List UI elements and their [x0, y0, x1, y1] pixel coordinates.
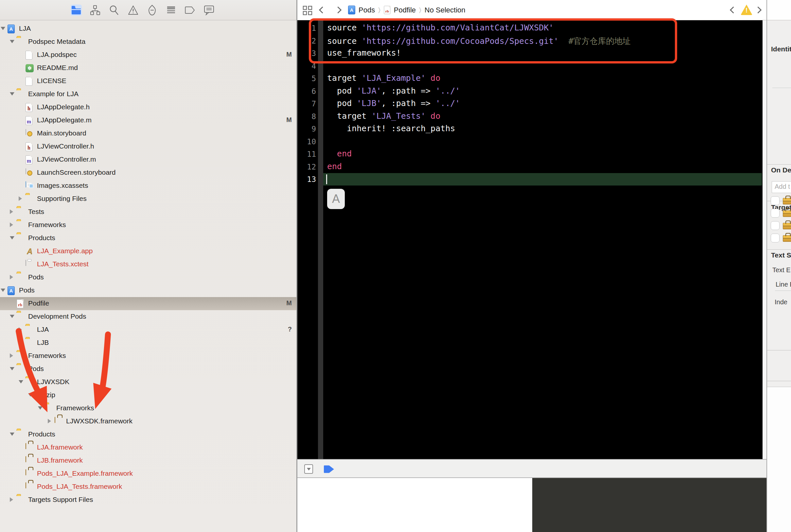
sidebar-row-example-for-lja[interactable]: Example for LJA — [0, 88, 297, 101]
target-membership-checkbox[interactable] — [771, 234, 779, 243]
sidebar-row-ljb[interactable]: LJB — [0, 336, 297, 349]
next-issue-icon[interactable] — [755, 6, 761, 14]
sidebar-row-lja-tests-xctest[interactable]: LJA_Tests.xctest — [0, 258, 297, 271]
add-tags-input[interactable]: Add t — [772, 181, 791, 193]
disclosure-open-icon[interactable] — [10, 40, 14, 43]
disclosure-closed-icon[interactable] — [10, 353, 13, 358]
inspector-divider[interactable] — [767, 0, 767, 532]
debug-area-left — [297, 478, 532, 532]
debug-bar — [297, 459, 767, 478]
sidebar-row-targets-support-files[interactable]: Targets Support Files — [0, 493, 297, 507]
project-navigator[interactable]: ALJAPodspec MetadataLJA.podspecM✽README.… — [0, 20, 297, 532]
sidebar-row-ljviewcontroller-h[interactable]: hLJViewController.h — [0, 140, 297, 153]
sidebar-row-frameworks[interactable]: Frameworks — [0, 349, 297, 362]
sidebar-row-pods-lja-example-framework[interactable]: Pods_LJA_Example.framework — [0, 467, 297, 480]
sidebar-row-label: Targets Support Files — [28, 496, 93, 504]
back-icon[interactable] — [319, 6, 326, 14]
sidebar-divider[interactable] — [296, 0, 297, 532]
sidebar-row-lja-podspec[interactable]: LJA.podspecM — [0, 49, 297, 61]
sidebar-row-ljviewcontroller-m[interactable]: mLJViewController.m — [0, 153, 297, 166]
line-number: 8 — [298, 112, 316, 121]
sidebar-row-ljappdelegate-m[interactable]: mLJAppDelegate.mM — [0, 114, 297, 127]
sidebar-row-tests[interactable]: Tests — [0, 206, 297, 218]
disclosure-closed-icon[interactable] — [10, 497, 13, 502]
sidebar-row-license[interactable]: LICENSE — [0, 75, 297, 88]
disclosure-open-icon[interactable] — [1, 289, 5, 292]
disclosure-closed-icon[interactable] — [10, 209, 13, 214]
search-navigator-icon[interactable] — [109, 5, 120, 16]
report-navigator-icon[interactable] — [204, 5, 215, 16]
disclosure-closed-icon[interactable] — [19, 340, 22, 345]
modified-badge: M — [286, 116, 292, 124]
sidebar-row-pods[interactable]: Pods — [0, 362, 297, 376]
disclosure-closed-icon[interactable] — [19, 327, 22, 332]
disclosure-open-icon[interactable] — [10, 367, 14, 370]
disclosure-open-icon[interactable] — [19, 380, 23, 383]
disclosure-open-icon[interactable] — [10, 315, 14, 318]
sidebar-row-products[interactable]: Products — [0, 232, 297, 245]
disclosure-open-icon[interactable] — [28, 393, 33, 397]
sidebar-row-podspec-metadata[interactable]: Podspec Metadata — [0, 35, 297, 49]
breakpoint-toggle-icon[interactable] — [324, 465, 334, 473]
disclosure-closed-icon[interactable] — [10, 275, 13, 280]
target-membership-checkbox[interactable] — [771, 196, 779, 205]
debug-navigator-icon[interactable] — [166, 5, 177, 16]
test-navigator-icon[interactable] — [147, 5, 158, 16]
source-control-navigator-icon[interactable] — [90, 5, 101, 16]
document-icon — [25, 51, 32, 60]
disclosure-open-icon[interactable] — [10, 433, 14, 436]
sidebar-row-supporting-files[interactable]: Supporting Files — [0, 192, 297, 206]
sidebar-row-ljb-framework[interactable]: LJB.framework — [0, 454, 297, 467]
project-navigator-icon[interactable] — [71, 5, 82, 16]
issue-navigator-icon[interactable] — [128, 5, 139, 16]
disclosure-closed-icon[interactable] — [19, 196, 22, 201]
header-file-icon: h — [25, 103, 32, 112]
related-items-icon[interactable] — [302, 5, 313, 17]
code-editor[interactable]: 1source 'https://github.com/ValiantCat/L… — [297, 20, 767, 459]
target-membership-checkbox[interactable] — [771, 209, 779, 217]
disclosure-open-icon[interactable] — [10, 92, 14, 96]
sidebar-row-podfile[interactable]: rbPodfileM — [0, 297, 297, 310]
sidebar-row-lja-framework[interactable]: LJA.framework — [0, 441, 297, 454]
previous-issue-icon[interactable] — [730, 6, 737, 14]
sidebar-row-pods-lja-tests-framework[interactable]: Pods_LJA_Tests.framework — [0, 480, 297, 493]
sidebar-row-label: LJViewController.m — [37, 155, 96, 163]
sidebar-row-lja[interactable]: ALJA — [0, 22, 297, 35]
disclosure-closed-icon[interactable] — [10, 223, 13, 227]
filter-icon[interactable] — [304, 464, 313, 474]
disclosure-open-icon[interactable] — [1, 27, 5, 30]
accessibility-overlay-badge[interactable]: A — [327, 189, 345, 209]
sidebar-row-images-xcassets[interactable]: Images.xcassets — [0, 179, 297, 192]
disclosure-open-icon[interactable] — [10, 236, 14, 240]
sidebar-row-main-storyboard[interactable]: Main.storyboard — [0, 127, 297, 140]
sidebar-row-ljwxsdk[interactable]: LJWXSDK — [0, 376, 297, 389]
sidebar-row-readme-md[interactable]: ✽README.md — [0, 61, 297, 75]
breadcrumb-no-selection[interactable]: No Selection — [425, 6, 465, 14]
sidebar-row-zip[interactable]: zip — [0, 389, 297, 402]
disclosure-closed-icon[interactable] — [48, 419, 51, 423]
warning-icon[interactable] — [740, 5, 752, 15]
target-membership-checkbox[interactable] — [771, 221, 779, 230]
sidebar-row-label: LICENSE — [37, 77, 66, 85]
sidebar-row-pods[interactable]: Pods — [0, 271, 297, 284]
sidebar-row-products[interactable]: Products — [0, 428, 297, 441]
xctest-product-icon — [25, 260, 26, 266]
forward-icon[interactable] — [335, 6, 342, 14]
sidebar-row-label: LJA_Example.app — [37, 247, 93, 255]
sidebar-row-lja-example-app[interactable]: ALJA_Example.app — [0, 245, 297, 258]
sidebar-row-ljwxsdk-framework[interactable]: LJWXSDK.framework — [0, 415, 297, 428]
breakpoint-navigator-icon[interactable] — [185, 5, 196, 16]
sidebar-row-frameworks[interactable]: Frameworks — [0, 402, 297, 415]
breadcrumb-podfile[interactable]: Podfile — [394, 6, 416, 14]
sidebar-row-label: Pods_LJA_Example.framework — [37, 470, 133, 477]
sidebar-row-frameworks[interactable]: Frameworks — [0, 218, 297, 232]
sidebar-row-pods[interactable]: APods — [0, 284, 297, 297]
console-area — [532, 478, 767, 532]
sidebar-row-lja[interactable]: LJA? — [0, 323, 297, 336]
sidebar-row-ljappdelegate-h[interactable]: hLJAppDelegate.h — [0, 101, 297, 114]
breadcrumb-pods[interactable]: Pods — [359, 6, 375, 14]
sidebar-row-development-pods[interactable]: Development Pods — [0, 310, 297, 323]
sidebar-row-label: LJA_Tests.xctest — [37, 260, 89, 268]
sidebar-row-launchscreen-storyboard[interactable]: LaunchScreen.storyboard — [0, 166, 297, 179]
disclosure-open-icon[interactable] — [38, 406, 42, 410]
